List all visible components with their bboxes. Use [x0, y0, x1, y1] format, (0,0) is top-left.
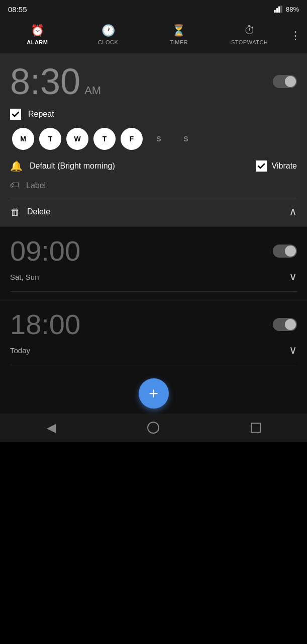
divider-0900 [10, 291, 297, 292]
bell-icon: 🔔 [10, 160, 23, 172]
svg-marker-1 [276, 8, 278, 13]
nav-label-timer: TIMER [170, 39, 188, 45]
back-icon: ◀ [47, 421, 56, 435]
day-thursday[interactable]: T [93, 128, 116, 150]
add-icon: + [149, 385, 158, 401]
vibrate-section: Vibrate [256, 160, 297, 172]
toggle-knob [285, 76, 296, 87]
expand-1800-chevron-icon[interactable]: ∨ [289, 344, 297, 357]
svg-marker-3 [280, 6, 282, 13]
nav-item-clock[interactable]: 🕐 CLOCK [73, 18, 144, 53]
recents-button[interactable] [243, 415, 268, 440]
alarm-0900-sub-row: Sat, Sun ∨ [10, 270, 297, 283]
collapse-chevron-icon[interactable]: ∧ [289, 205, 297, 218]
repeat-row: Repeat [10, 109, 297, 120]
label-tag-icon: 🏷 [10, 180, 19, 191]
divider-1800 [10, 365, 297, 365]
recents-icon [251, 423, 261, 433]
home-button[interactable] [141, 415, 166, 440]
nav-item-alarm[interactable]: ⏰ ALARM [2, 18, 73, 53]
alarm-time-large: 8:30 [10, 63, 80, 100]
nav-label-clock: CLOCK [98, 39, 118, 45]
alarm-toggle[interactable] [273, 75, 297, 88]
status-time: 08:55 [8, 5, 27, 14]
toggle-1800-knob [285, 319, 296, 330]
top-nav: ⏰ ALARM 🕐 CLOCK ⏳ TIMER ⏱ STOPWATCH ⋮ [0, 18, 307, 53]
day-monday[interactable]: M [12, 128, 34, 150]
alarm-0900-toggle[interactable] [273, 245, 297, 258]
nav-label-stopwatch: STOPWATCH [231, 39, 268, 45]
status-bar: 08:55 88% [0, 0, 307, 18]
vibrate-checkbox[interactable] [256, 160, 267, 172]
nav-label-alarm: ALARM [27, 39, 48, 45]
vibrate-label: Vibrate [272, 162, 297, 171]
alarm-0900-days: Sat, Sun [10, 273, 39, 281]
back-button[interactable]: ◀ [39, 415, 64, 440]
stopwatch-nav-icon: ⏱ [244, 24, 255, 37]
delete-row: 🗑 Delete ∧ [10, 205, 297, 218]
day-wednesday[interactable]: W [66, 128, 88, 150]
day-tuesday[interactable]: T [39, 128, 61, 150]
alarm-item-0900: 09:00 Sat, Sun ∨ [0, 226, 307, 300]
alarm-0900-time-row: 09:00 [10, 237, 297, 265]
alarm-ampm: AM [84, 84, 101, 97]
checkmark-icon [12, 110, 20, 118]
signal-icon [274, 6, 283, 13]
vibrate-checkmark-icon [257, 162, 265, 170]
status-right: 88% [274, 6, 299, 13]
repeat-checkbox[interactable] [10, 109, 21, 120]
repeat-label: Repeat [28, 110, 54, 119]
battery-text: 88% [286, 6, 299, 13]
alarm-1800-days: Today [10, 346, 30, 355]
day-saturday[interactable]: S [148, 128, 170, 150]
label-placeholder[interactable]: Label [26, 181, 46, 190]
ringtone-label[interactable]: Default (Bright morning) [30, 162, 249, 171]
alarm-0900-time[interactable]: 09:00 [10, 237, 80, 265]
day-friday[interactable]: F [121, 128, 143, 150]
alarm-1800-time-row: 18:00 [10, 310, 297, 339]
add-alarm-button[interactable]: + [139, 378, 169, 409]
svg-marker-0 [274, 10, 276, 13]
timer-nav-icon: ⏳ [172, 24, 185, 37]
alarm-item-1800: 18:00 Today ∨ [0, 300, 307, 373]
alarm-time-display[interactable]: 8:30 AM [10, 63, 101, 100]
nav-item-timer[interactable]: ⏳ TIMER [144, 18, 215, 53]
delete-label[interactable]: Delete [27, 207, 50, 216]
delete-left: 🗑 Delete [10, 206, 50, 218]
clock-nav-icon: 🕐 [101, 24, 115, 37]
ringtone-row: 🔔 Default (Bright morning) Vibrate [10, 160, 297, 172]
home-icon [147, 422, 159, 434]
alarm-1800-sub-row: Today ∨ [10, 344, 297, 357]
three-dots-icon: ⋮ [290, 29, 300, 42]
svg-marker-2 [278, 7, 280, 13]
day-sunday[interactable]: S [175, 128, 197, 150]
trash-icon: 🗑 [10, 206, 20, 218]
alarm-1800-toggle[interactable] [273, 318, 297, 331]
days-row: M T W T F S S [10, 128, 297, 150]
toggle-0900-knob [285, 246, 296, 257]
expand-0900-chevron-icon[interactable]: ∨ [289, 270, 297, 283]
alarm-time-row: 8:30 AM [10, 63, 297, 100]
alarm-nav-icon: ⏰ [31, 24, 44, 37]
alarm-1800-time[interactable]: 18:00 [10, 310, 80, 339]
more-options-button[interactable]: ⋮ [285, 29, 305, 42]
expanded-alarm-card: 8:30 AM Repeat M T W T F S S 🔔 Default (… [0, 53, 307, 226]
nav-item-stopwatch[interactable]: ⏱ STOPWATCH [214, 18, 285, 53]
divider-1 [10, 198, 297, 198]
nav-bar: ◀ [0, 414, 307, 442]
fab-container: + [0, 373, 307, 414]
label-row: 🏷 Label [10, 180, 297, 191]
